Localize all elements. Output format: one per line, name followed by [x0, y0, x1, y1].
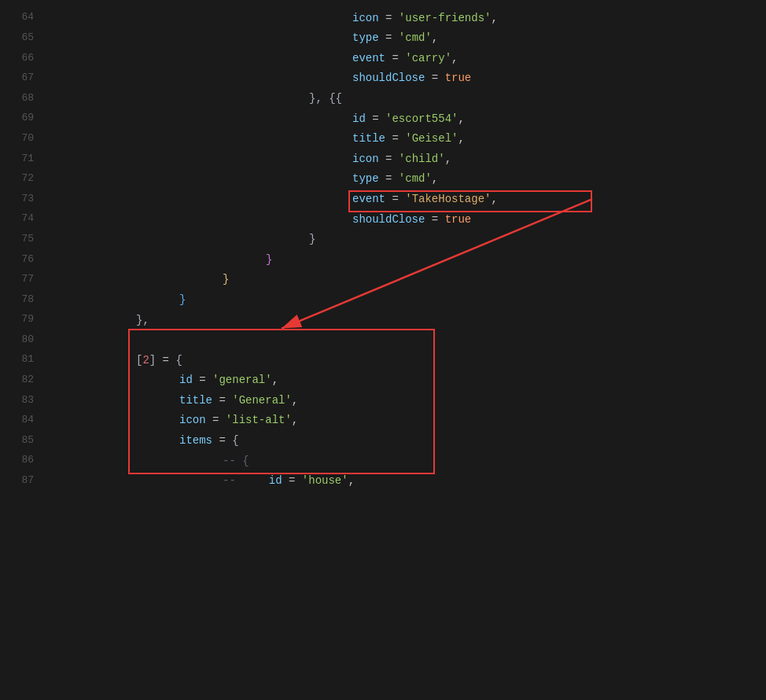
code-line: id = 'escort554', — [43, 109, 766, 129]
line-number: 82 — [0, 370, 43, 391]
line-number: 71 — [0, 149, 43, 169]
line-number: 77 — [0, 270, 43, 290]
line-number: 70 — [0, 129, 43, 149]
code-line: icon = 'user-friends', — [43, 8, 766, 28]
line-number: 83 — [0, 390, 43, 411]
code-line: type = 'cmd', — [43, 169, 766, 190]
line-number: 74 — [0, 209, 43, 230]
line-number: 65 — [0, 28, 43, 49]
line-number: 80 — [0, 330, 43, 351]
code-editor: 6465666768697071727374757677787980818283… — [0, 0, 766, 700]
line-number: 68 — [0, 88, 43, 109]
code-line: event = 'TakeHostage', — [43, 189, 766, 209]
code-line: icon = 'child', — [43, 149, 766, 169]
line-number: 87 — [0, 471, 43, 492]
code-line: } — [43, 270, 766, 290]
line-number: 86 — [0, 451, 43, 471]
line-number: 66 — [0, 48, 43, 68]
code-line: } — [43, 230, 766, 250]
line-number: 84 — [0, 411, 43, 431]
code-line: } — [43, 249, 766, 270]
code-line: title = 'General', — [43, 390, 766, 411]
line-number: 69 — [0, 109, 43, 129]
code-line: items = { — [43, 430, 766, 451]
line-number: 75 — [0, 230, 43, 250]
line-number: 79 — [0, 310, 43, 330]
line-number: 64 — [0, 8, 43, 28]
line-number: 85 — [0, 430, 43, 451]
line-number: 76 — [0, 249, 43, 270]
code-line: -- id = 'house', — [43, 471, 766, 492]
code-line: icon = 'list-alt', — [43, 411, 766, 431]
code-line: }, — [43, 310, 766, 330]
line-number: 81 — [0, 350, 43, 370]
code-line: shouldClose = true — [43, 68, 766, 89]
line-number: 72 — [0, 169, 43, 190]
line-number: 67 — [0, 68, 43, 89]
code-line: type = 'cmd', — [43, 28, 766, 49]
line-number: 78 — [0, 289, 43, 310]
code-content: icon = 'user-friends',type = 'cmd',event… — [43, 0, 766, 700]
code-line: -- { — [43, 451, 766, 471]
code-line: event = 'carry', — [43, 48, 766, 68]
line-numbers: 6465666768697071727374757677787980818283… — [0, 0, 43, 700]
code-line: [2] = { — [43, 350, 766, 370]
code-line: } — [43, 289, 766, 310]
code-line — [43, 330, 766, 351]
line-number: 73 — [0, 189, 43, 209]
code-line: title = 'Geisel', — [43, 129, 766, 149]
code-line: shouldClose = true — [43, 209, 766, 230]
code-line: }, {{ — [43, 88, 766, 109]
code-line: id = 'general', — [43, 370, 766, 391]
